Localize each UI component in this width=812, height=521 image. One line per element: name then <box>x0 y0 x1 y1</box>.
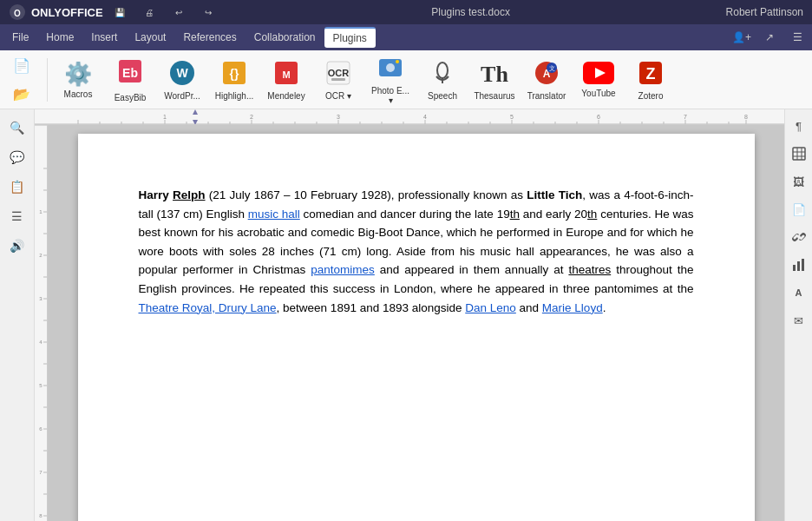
share-button[interactable]: ↗ <box>758 28 781 47</box>
svg-rect-104 <box>793 265 796 271</box>
svg-text:3: 3 <box>39 296 43 301</box>
marie-lloyd-link[interactable]: Marie Lloyd <box>542 301 603 314</box>
comments-btn[interactable]: 💬 <box>3 144 32 170</box>
svg-text:3: 3 <box>337 114 340 120</box>
svg-text:OCR: OCR <box>328 68 350 78</box>
image-btn[interactable]: 🖼 <box>788 170 810 193</box>
add-user-button[interactable]: 👤+ <box>730 28 753 47</box>
svg-text:8: 8 <box>744 114 748 120</box>
print-btn[interactable]: 🖨 <box>141 4 157 20</box>
easybib-label: EasyBib <box>115 93 147 102</box>
main-layout: 🔍 💬 📋 ☰ 🔊 <box>0 109 812 521</box>
thesaurus-button[interactable]: Th Thesaurus <box>469 54 520 106</box>
ocr-button[interactable]: OCR OCR ▾ <box>313 54 363 106</box>
dan-leno-link[interactable]: Dan Leno <box>465 301 516 314</box>
menu-toggle-button[interactable]: ☰ <box>786 28 809 47</box>
wordpress-icon: W <box>168 59 196 89</box>
translator-button[interactable]: A 文 Translator <box>521 54 572 106</box>
svg-rect-99 <box>793 148 805 160</box>
svg-point-16 <box>437 63 448 78</box>
right-panel: ¶ 🖼 📄 A ✉ <box>784 109 812 521</box>
logo-icon: O <box>9 3 26 21</box>
highlight-icon: {} <box>220 59 248 89</box>
zotero-icon: Z <box>637 59 665 89</box>
app-logo: O ONLYOFFICE <box>9 3 103 21</box>
svg-text:文: 文 <box>549 65 555 71</box>
highlight-button[interactable]: {} Highligh... <box>209 54 259 106</box>
menu-bar: File Home Insert Layout References Colla… <box>0 24 812 50</box>
new-doc-btn[interactable]: 📄 <box>7 52 36 78</box>
chart-btn[interactable] <box>788 254 810 276</box>
title-bar: O ONLYOFFICE 💾 🖨 ↩ ↪ Plugins test.docx R… <box>0 0 812 24</box>
svg-text:4: 4 <box>423 114 427 120</box>
outline-btn[interactable]: ☰ <box>3 203 32 229</box>
music-hall-link[interactable]: music hall <box>248 208 300 221</box>
left-panel: 🔍 💬 📋 ☰ 🔊 <box>0 109 35 521</box>
translator-icon: A 文 <box>533 59 560 89</box>
mendeley-label: Mendeley <box>267 91 304 101</box>
user-name: Robert Pattinson <box>726 6 803 18</box>
save-btn[interactable]: 💾 <box>112 4 128 20</box>
svg-rect-106 <box>802 259 804 271</box>
mail-btn[interactable]: ✉ <box>788 309 810 332</box>
document-page[interactable]: Harry Relph (21 July 1867 – 10 February … <box>78 134 755 521</box>
menu-collaboration[interactable]: Collaboration <box>246 28 324 47</box>
ocr-label: OCR ▾ <box>325 91 351 101</box>
pantomimes-link[interactable]: pantomimes <box>311 263 375 276</box>
macros-label: Macros <box>64 89 93 99</box>
thesaurus-label: Thesaurus <box>474 91 514 101</box>
vertical-ruler: 1 2 3 4 5 <box>35 125 48 521</box>
menu-file[interactable]: File <box>3 28 37 47</box>
zotero-button[interactable]: Z Zotero <box>625 54 676 106</box>
svg-text:6: 6 <box>39 426 43 432</box>
zotero-label: Zotero <box>638 91 664 101</box>
page-btn[interactable]: 📄 <box>788 198 810 221</box>
mendeley-button[interactable]: M Mendeley <box>261 54 311 106</box>
document-content-area: Harry Relph (21 July 1867 – 10 February … <box>48 125 784 521</box>
menu-plugins[interactable]: Plugins <box>324 27 376 48</box>
svg-text:6: 6 <box>597 114 600 120</box>
svg-marker-29 <box>193 109 198 115</box>
youtube-button[interactable]: YouTube <box>573 54 624 106</box>
audio-btn[interactable]: 🔊 <box>3 233 32 259</box>
svg-text:5: 5 <box>510 114 514 120</box>
menu-references[interactable]: References <box>174 28 245 47</box>
svg-point-14 <box>386 63 395 72</box>
macros-button[interactable]: ⚙️ Macros <box>53 54 103 106</box>
person-name: Harry <box>139 188 174 201</box>
menu-insert[interactable]: Insert <box>82 28 126 47</box>
youtube-label: YouTube <box>581 89 615 98</box>
clipboard-btn[interactable]: 📋 <box>3 174 32 200</box>
highlight-label: Highligh... <box>215 91 253 101</box>
redo-btn[interactable]: ↪ <box>200 4 216 20</box>
menu-home[interactable]: Home <box>37 28 82 47</box>
svg-rect-105 <box>797 261 800 271</box>
svg-text:2: 2 <box>250 114 253 120</box>
wordpress-button[interactable]: W WordPr... <box>157 54 207 106</box>
theatre-royal-link[interactable]: Theatre Royal, Drury Lane <box>139 301 277 314</box>
easybib-button[interactable]: Eb EasyBib <box>105 54 155 106</box>
paragraph-marks-btn[interactable]: ¶ <box>788 115 810 137</box>
link-sidebar-btn[interactable] <box>788 226 810 248</box>
text-art-btn[interactable]: A <box>788 281 810 304</box>
svg-text:Z: Z <box>646 65 656 82</box>
svg-text:8: 8 <box>39 513 43 518</box>
photo-editor-button[interactable]: Photo E... ▾ <box>365 54 416 106</box>
table-btn[interactable] <box>788 142 810 165</box>
horizontal-ruler: 1 2 3 4 <box>35 109 784 125</box>
svg-text:Th: Th <box>481 62 508 87</box>
menu-layout[interactable]: Layout <box>126 28 174 47</box>
svg-text:7: 7 <box>39 470 43 475</box>
speech-label: Speech <box>428 91 457 101</box>
undo-btn[interactable]: ↩ <box>171 4 187 20</box>
search-sidebar-btn[interactable]: 🔍 <box>3 115 32 141</box>
known-as: Little Tich <box>527 188 582 201</box>
theatres-link: theatres <box>568 263 611 276</box>
youtube-icon <box>583 62 614 87</box>
speech-button[interactable]: Speech <box>417 54 468 106</box>
svg-text:1: 1 <box>163 114 167 120</box>
svg-text:7: 7 <box>684 114 687 120</box>
easybib-icon: Eb <box>115 56 145 91</box>
open-doc-btn[interactable]: 📂 <box>7 81 36 107</box>
mendeley-icon: M <box>272 59 300 89</box>
